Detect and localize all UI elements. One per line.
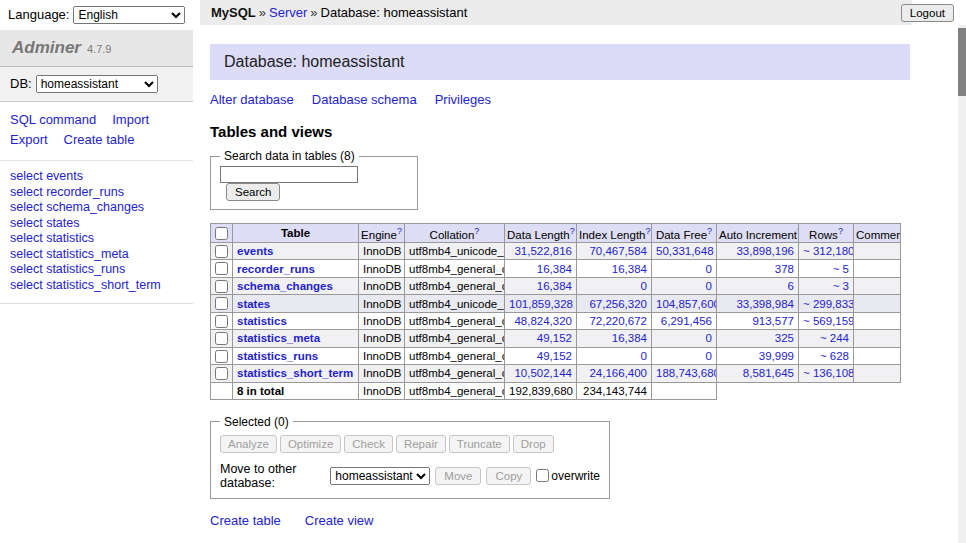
scrollbar-thumb[interactable] <box>958 28 966 96</box>
sidebar-item-select-statistics-runs[interactable]: select statistics_runs <box>10 262 183 278</box>
sidebar-link-import[interactable]: Import <box>112 112 149 127</box>
help-link[interactable]: ? <box>707 226 712 236</box>
sidebar-item-select-statistics-meta[interactable]: select statistics_meta <box>10 247 183 263</box>
data-free-link[interactable]: 0 <box>706 350 712 362</box>
auto-increment-link[interactable]: 325 <box>775 332 794 344</box>
row-checkbox-statistics-runs[interactable] <box>215 350 228 363</box>
index-length-link[interactable]: 72,220,672 <box>589 315 647 327</box>
analyze-button[interactable]: Analyze <box>220 435 277 453</box>
logout-button[interactable]: Logout <box>901 4 954 22</box>
vertical-scrollbar[interactable] <box>958 25 966 543</box>
data-length-link[interactable]: 49,152 <box>537 332 572 344</box>
breadcrumb-link-server[interactable]: Server <box>269 5 307 20</box>
data-length-link[interactable]: 16,384 <box>537 263 572 275</box>
data-free-link[interactable]: 50,331,648 <box>656 245 714 257</box>
table-link-statistics-meta[interactable]: statistics_meta <box>237 332 320 344</box>
index-length-link[interactable]: 24,166,400 <box>589 367 647 379</box>
data-free-link[interactable]: 6,291,456 <box>661 315 712 327</box>
auto-increment-link[interactable]: 6 <box>788 280 794 292</box>
search-input[interactable] <box>220 166 358 183</box>
index-length-link[interactable]: 16,384 <box>612 263 647 275</box>
data-length-link[interactable]: 10,502,144 <box>514 367 572 379</box>
sidebar-item-select-states[interactable]: select states <box>10 216 183 232</box>
sidebar-link-export[interactable]: Export <box>10 132 48 147</box>
help-link[interactable]: ? <box>838 226 843 236</box>
rows-count-link[interactable]: ~ 136,108 <box>803 367 854 379</box>
rows-count-link[interactable]: ~ 569,159 <box>803 315 854 327</box>
check-button[interactable]: Check <box>344 435 393 453</box>
index-length-link[interactable]: 0 <box>641 350 647 362</box>
overwrite-checkbox[interactable] <box>536 469 549 482</box>
select-all-checkbox[interactable] <box>215 227 228 240</box>
table-name-cell: recorder_runs <box>233 260 359 277</box>
db-action-alter-database[interactable]: Alter database <box>210 92 294 107</box>
row-checkbox-statistics-meta[interactable] <box>215 332 228 345</box>
table-link-schema-changes[interactable]: schema_changes <box>237 280 333 292</box>
row-checkbox-statistics[interactable] <box>215 315 228 328</box>
table-link-states[interactable]: states <box>237 298 270 310</box>
data-free-link[interactable]: 188,743,680 <box>656 367 717 379</box>
move-db-select[interactable]: homeassistant <box>330 467 430 485</box>
search-button[interactable]: Search <box>226 183 280 201</box>
help-link[interactable]: ? <box>646 226 651 236</box>
help-link[interactable]: ? <box>474 226 479 236</box>
sidebar-link-create-table[interactable]: Create table <box>64 132 135 147</box>
sidebar-item-select-events[interactable]: select events <box>10 169 183 185</box>
index-length-link[interactable]: 70,467,584 <box>589 245 647 257</box>
data-free-link[interactable]: 0 <box>706 263 712 275</box>
sidebar-item-select-schema-changes[interactable]: select schema_changes <box>10 200 183 216</box>
data-length-link[interactable]: 101,859,328 <box>509 298 573 310</box>
data-length-link[interactable]: 49,152 <box>537 350 572 362</box>
index-length-link[interactable]: 0 <box>641 280 647 292</box>
index-length-link[interactable]: 16,384 <box>612 332 647 344</box>
auto-increment-link[interactable]: 33,898,196 <box>736 245 794 257</box>
sidebar-item-select-statistics[interactable]: select statistics <box>10 231 183 247</box>
row-checkbox-events[interactable] <box>215 245 228 258</box>
move-button[interactable]: Move <box>435 467 481 485</box>
rows-count-link[interactable]: ~ 312,180 <box>803 245 854 257</box>
drop-button[interactable]: Drop <box>513 435 554 453</box>
data-length-link[interactable]: 48,824,320 <box>514 315 572 327</box>
truncate-button[interactable]: Truncate <box>449 435 510 453</box>
index-length-link[interactable]: 67,256,320 <box>589 298 647 310</box>
db-select[interactable]: homeassistant <box>36 75 158 93</box>
sidebar-item-select-statistics-short-term[interactable]: select statistics_short_term <box>10 278 183 294</box>
rows-count-link[interactable]: ~ 244 <box>820 332 849 344</box>
table-link-events[interactable]: events <box>237 245 273 257</box>
sidebar-item-select-recorder-runs[interactable]: select recorder_runs <box>10 185 183 201</box>
sidebar-link-sql-command[interactable]: SQL command <box>10 112 96 127</box>
help-link[interactable]: ? <box>397 226 402 236</box>
data-length-link[interactable]: 16,384 <box>537 280 572 292</box>
auto-increment-link[interactable]: 913,577 <box>752 315 794 327</box>
data-free-link[interactable]: 0 <box>706 332 712 344</box>
row-checkbox-states[interactable] <box>215 297 228 310</box>
help-link[interactable]: ? <box>570 226 575 236</box>
create-table-link[interactable]: Create table <box>210 513 281 528</box>
auto-increment-link[interactable]: 8,581,645 <box>743 367 794 379</box>
rows-count-link[interactable]: ~ 299,833 <box>803 298 854 310</box>
optimize-button[interactable]: Optimize <box>280 435 341 453</box>
row-checkbox-statistics-short-term[interactable] <box>215 367 228 380</box>
repair-button[interactable]: Repair <box>396 435 446 453</box>
table-link-statistics[interactable]: statistics <box>237 315 287 327</box>
copy-button[interactable]: Copy <box>486 467 531 485</box>
rows-count-link[interactable]: ~ 5 <box>833 263 849 275</box>
data-free-link[interactable]: 0 <box>706 280 712 292</box>
create-view-link[interactable]: Create view <box>305 513 374 528</box>
rows-count-link[interactable]: ~ 628 <box>820 350 849 362</box>
breadcrumb-link-mysql[interactable]: MySQL <box>211 5 256 20</box>
auto-increment-link[interactable]: 33,398,984 <box>736 298 794 310</box>
auto-increment-link[interactable]: 39,999 <box>759 350 794 362</box>
language-select[interactable]: English <box>73 6 185 24</box>
table-link-recorder-runs[interactable]: recorder_runs <box>237 263 315 275</box>
data-length-link[interactable]: 31,522,816 <box>514 245 572 257</box>
table-link-statistics-short-term[interactable]: statistics_short_term <box>237 367 353 379</box>
data-free-link[interactable]: 104,857,600 <box>656 298 717 310</box>
rows-count-link[interactable]: ~ 3 <box>833 280 849 292</box>
table-link-statistics-runs[interactable]: statistics_runs <box>237 350 318 362</box>
row-checkbox-recorder-runs[interactable] <box>215 262 228 275</box>
db-action-privileges[interactable]: Privileges <box>435 92 491 107</box>
row-checkbox-schema-changes[interactable] <box>215 280 228 293</box>
db-action-database-schema[interactable]: Database schema <box>312 92 417 107</box>
auto-increment-link[interactable]: 378 <box>775 263 794 275</box>
